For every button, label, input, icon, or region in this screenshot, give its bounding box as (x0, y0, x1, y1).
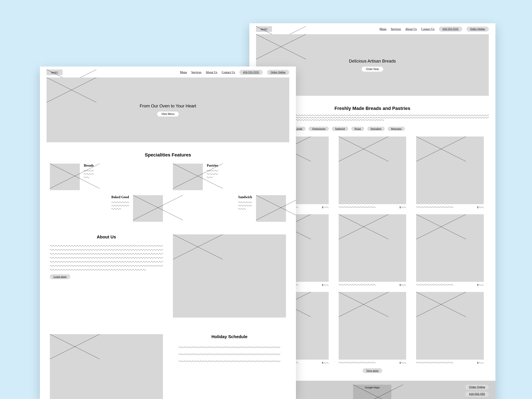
nav-menu[interactable]: Menu (380, 27, 386, 31)
placeholder-x-icon (173, 234, 223, 259)
product-card[interactable]: $ (339, 137, 406, 209)
footer-phone[interactable]: 418-555-555 (465, 392, 489, 397)
feature-desc (111, 201, 129, 210)
about-body (50, 245, 163, 271)
feature-image-placeholder (50, 164, 80, 190)
feature-breads: Breads (50, 164, 163, 190)
footer-actions: Order Online 418-555-555 (465, 385, 489, 399)
placeholder-x-icon (339, 214, 388, 239)
order-online-pill[interactable]: Order Online (267, 70, 289, 75)
footer-map: Google Maps (353, 385, 391, 399)
feature-image-placeholder (256, 195, 286, 222)
product-card[interactable]: $ (416, 292, 484, 364)
feature-image-placeholder (173, 164, 203, 190)
product-name-placeholder (416, 206, 453, 208)
product-name-placeholder (339, 206, 376, 208)
feature-image-placeholder (133, 195, 163, 222)
nav-services[interactable]: Services (391, 27, 401, 31)
placeholder-x-icon (256, 34, 306, 59)
product-price: $ (477, 284, 484, 286)
filter-viennoiseries[interactable]: Viennoiseries (309, 127, 329, 131)
placeholder-x-icon (133, 195, 183, 220)
top-nav: Menu Services About Us Contact Us 418-55… (180, 70, 289, 75)
product-image-placeholder (416, 137, 484, 204)
nav-about[interactable]: About Us (405, 27, 417, 31)
nav-services[interactable]: Services (191, 71, 202, 74)
placeholder-x-icon (256, 195, 296, 220)
logo-placeholder[interactable]: SiteJET (256, 26, 272, 32)
filter-breuvages[interactable]: Breuvages (388, 127, 405, 131)
nav-contact[interactable]: Contact Us (421, 27, 435, 31)
placeholder-x-icon (339, 137, 388, 161)
logo-placeholder[interactable]: SiteJET (47, 70, 63, 75)
product-card[interactable]: $ (416, 214, 484, 286)
hero-title: From Our Oven to Your Heart (140, 103, 196, 108)
wireframe-page-home: SiteJET Menu Services About Us Contact U… (40, 66, 296, 399)
placeholder-x-icon (173, 164, 223, 189)
product-image-placeholder (339, 292, 406, 360)
holiday-row: View Special Menu Holiday Schedule (50, 334, 286, 399)
nav-menu[interactable]: Menu (180, 71, 187, 74)
product-name-placeholder (416, 284, 453, 286)
product-name-placeholder (339, 361, 376, 364)
hero: From Our Oven to Your Heart View Menu (47, 77, 289, 142)
phone-pill[interactable]: 418-555-5555 (439, 27, 462, 32)
product-image-placeholder (416, 292, 484, 360)
product-card[interactable]: $ (416, 137, 484, 209)
about-image-placeholder (173, 234, 286, 317)
about-row: About Us Learn more (50, 234, 286, 317)
holiday-text: Holiday Schedule (173, 334, 286, 399)
order-online-pill[interactable]: Order Online (467, 27, 489, 32)
hero-title: Delicious Artisan Breads (349, 58, 396, 64)
learn-more-button[interactable]: Learn more (50, 274, 70, 279)
footer-order-online[interactable]: Order Online (465, 385, 489, 390)
nav-contact[interactable]: Contact Us (222, 71, 235, 74)
product-price: $ (399, 206, 406, 209)
placeholder-x-icon (416, 137, 466, 161)
about-title: About Us (50, 234, 163, 240)
product-image-placeholder (339, 137, 406, 204)
feature-name: Sandwich (238, 195, 252, 199)
placeholder-x-icon (339, 292, 388, 317)
placeholder-x-icon (416, 214, 466, 239)
feature-pastries: Pastries (173, 164, 286, 190)
features-title: Specialities Features (40, 152, 296, 158)
nav-about[interactable]: About Us (206, 71, 217, 74)
product-image-placeholder (416, 214, 484, 282)
feature-name: Baked Good (111, 195, 129, 199)
view-more-button[interactable]: View more (363, 368, 382, 373)
product-card[interactable]: $ (339, 214, 406, 286)
filter-sandwich[interactable]: Sandwich (332, 127, 348, 131)
product-price: $ (322, 206, 329, 209)
product-price: $ (322, 284, 329, 286)
header: SiteJET Menu Services About Us Contact U… (249, 23, 495, 34)
svg-line-34 (256, 195, 296, 220)
logo-label: SiteJET (256, 26, 272, 32)
hero-cta-button[interactable]: View Menu (157, 112, 179, 117)
phone-pill[interactable]: 418-555-5555 (239, 70, 263, 75)
holiday-title: Holiday Schedule (173, 334, 286, 339)
product-price: $ (477, 361, 484, 364)
top-nav: Menu Services About Us Contact Us 418-55… (380, 27, 489, 32)
product-price: $ (399, 361, 406, 364)
map-label: Google Maps (365, 386, 380, 389)
hero-cta-button[interactable]: Order Now (361, 67, 383, 72)
product-card[interactable]: $ (339, 292, 406, 364)
filter-specialites[interactable]: Specialites (367, 127, 385, 131)
about-text: About Us Learn more (50, 234, 163, 317)
placeholder-x-icon (50, 164, 100, 189)
holiday-image-placeholder (50, 334, 163, 399)
placeholder-x-icon (47, 77, 96, 102)
product-price: $ (322, 361, 329, 364)
product-name-placeholder (416, 361, 453, 364)
placeholder-x-icon (416, 292, 466, 317)
product-image-placeholder (339, 214, 406, 282)
product-name-placeholder (339, 284, 376, 286)
filter-pizzas[interactable]: Pizzas (351, 127, 364, 131)
product-price: $ (399, 284, 406, 286)
features-grid: Breads Pastries Baked Good (50, 164, 286, 222)
feature-desc (238, 201, 252, 210)
logo-label: SiteJET (47, 70, 63, 75)
feature-baked-good: Baked Good (50, 195, 163, 222)
map-placeholder[interactable]: Google Maps (353, 385, 391, 399)
